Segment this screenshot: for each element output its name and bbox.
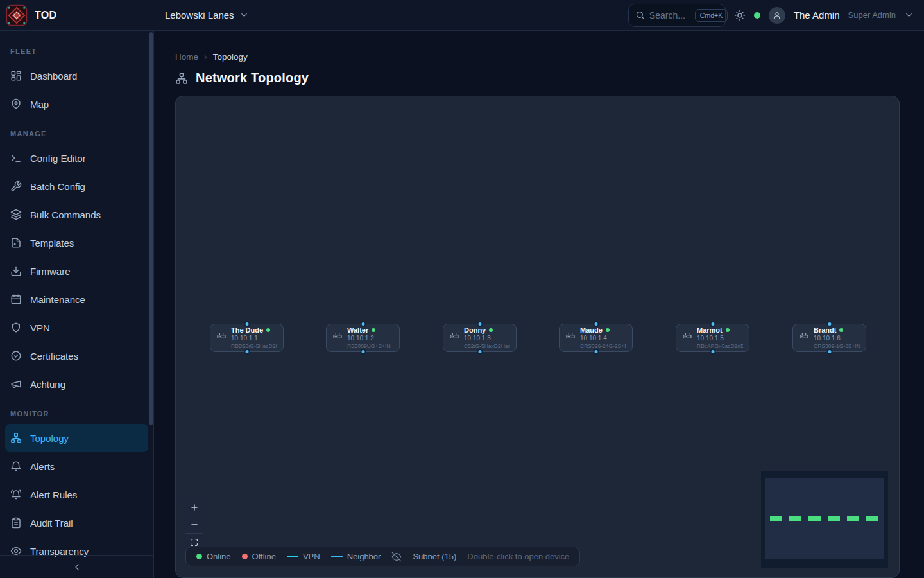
connection-handle[interactable] xyxy=(477,321,483,327)
sidebar-item-audit-trail[interactable]: Audit Trail xyxy=(0,509,153,537)
zoom-in-button[interactable] xyxy=(185,499,203,516)
neighbor-line-swatch xyxy=(331,556,343,557)
legend-vpn: VPN xyxy=(287,552,320,561)
device-node-marmot[interactable]: Marmot 10.10.1.5 RBcAPGi-5acD2nD xyxy=(676,324,749,352)
node-name: Donny xyxy=(464,326,486,335)
connection-handle[interactable] xyxy=(360,349,366,355)
zoom-out-button[interactable] xyxy=(185,516,203,534)
sidebar-item-vpn[interactable]: VPN xyxy=(0,313,153,342)
legend-subnet: Subnet (15) xyxy=(413,552,456,561)
node-model: RB5009UG+S+IN xyxy=(347,343,391,350)
connection-handle[interactable] xyxy=(360,321,366,327)
minimap[interactable] xyxy=(761,471,888,568)
legend-subnet-label: Subnet (15) xyxy=(413,552,456,561)
sidebar-item-label: Firmware xyxy=(30,266,71,277)
sidebar-item-label: Alert Rules xyxy=(30,489,77,500)
sidebar-item-label: Templates xyxy=(30,238,74,249)
sidebar-item-templates[interactable]: Templates xyxy=(0,229,153,257)
zoom-controls xyxy=(185,499,203,551)
search-input[interactable] xyxy=(649,10,690,21)
org-selector[interactable]: Lebowski Lanes xyxy=(154,10,249,21)
sidebar-item-bulk-commands[interactable]: Bulk Commands xyxy=(0,200,153,229)
page-title-row: Network Topology xyxy=(175,71,309,85)
app-name: TOD xyxy=(35,10,56,21)
sidebar-item-firmware[interactable]: Firmware xyxy=(0,257,153,285)
sidebar-item-label: Map xyxy=(30,99,49,110)
online-dot xyxy=(196,554,202,559)
device-node-the-dude[interactable]: The Dude 10.10.1.1 RBD53iG-5HacD2HnD xyxy=(210,324,284,352)
topology-legend: Online Offline VPN Neighbor Subnet (15) … xyxy=(185,547,580,566)
node-ip: 10.10.1.5 xyxy=(697,335,743,343)
sidebar-scrollbar[interactable] xyxy=(149,32,153,425)
sun-icon[interactable] xyxy=(734,10,746,21)
node-name: The Dude xyxy=(231,326,263,335)
map-pin-icon xyxy=(10,98,22,110)
sidebar-item-label: Config Editor xyxy=(30,153,86,164)
connection-handle[interactable] xyxy=(710,349,715,355)
online-status-dot xyxy=(726,328,730,332)
sidebar-item-label: Audit Trail xyxy=(30,518,73,529)
main-content: Home › Topology Network Topology The Dud… xyxy=(154,31,924,578)
device-node-walter[interactable]: Walter 10.10.1.2 RB5009UG+S+IN xyxy=(326,324,400,352)
router-icon xyxy=(216,329,227,340)
chevron-down-icon[interactable] xyxy=(904,10,914,20)
section-label-fleet: FLEET xyxy=(0,36,153,62)
breadcrumb: Home › Topology xyxy=(175,51,248,62)
bell-ring-icon xyxy=(10,489,22,500)
sidebar-item-label: Topology xyxy=(30,433,69,444)
sidebar-item-certificates[interactable]: Certificates xyxy=(0,342,153,370)
connection-handle[interactable] xyxy=(710,321,715,327)
sidebar-item-batch-config[interactable]: Batch Config xyxy=(0,172,153,200)
sidebar-item-topology[interactable]: Topology xyxy=(5,424,148,452)
plus-icon xyxy=(190,503,199,512)
router-icon xyxy=(332,329,343,340)
device-node-brandt[interactable]: Brandt 10.10.1.6 CRS309-1G-8S+IN xyxy=(792,324,866,352)
connection-handle[interactable] xyxy=(244,349,250,355)
legend-online-label: Online xyxy=(207,552,231,561)
minimap-node xyxy=(770,516,782,521)
minimap-node xyxy=(866,516,878,521)
sidebar-item-achtung[interactable]: Achtung xyxy=(0,370,153,398)
legend-offline: Offline xyxy=(242,552,276,561)
layers-icon xyxy=(10,209,22,220)
online-status-dot xyxy=(372,328,375,332)
sidebar-item-maintenance[interactable]: Maintenance xyxy=(0,285,153,313)
legend-neighbor: Neighbor xyxy=(331,552,381,561)
connection-handle[interactable] xyxy=(826,321,832,327)
node-name: Brandt xyxy=(814,326,836,335)
topology-canvas[interactable]: The Dude 10.10.1.1 RBD53iG-5HacD2HnD Wal… xyxy=(175,96,900,578)
online-status-dot xyxy=(266,328,270,332)
connection-handle[interactable] xyxy=(244,321,250,327)
sidebar-item-label: Batch Config xyxy=(30,181,85,192)
connection-handle[interactable] xyxy=(477,349,483,355)
page-title: Network Topology xyxy=(196,71,309,85)
legend-hint: Double-click to open device xyxy=(467,552,569,561)
router-icon xyxy=(565,329,576,340)
search-box[interactable]: Cmd+K xyxy=(628,4,726,27)
sidebar-item-label: Alerts xyxy=(30,461,55,472)
sidebar-item-alert-rules[interactable]: Alert Rules xyxy=(0,480,153,509)
download-icon xyxy=(10,265,22,277)
minimap-node xyxy=(809,516,821,521)
sidebar: FLEET Dashboard Map MANAGE Config Editor… xyxy=(0,31,154,578)
chevron-left-icon xyxy=(72,562,82,572)
eye-off-icon[interactable] xyxy=(391,552,402,562)
device-node-donny[interactable]: Donny 10.10.1.3 C52iG-5HaxD2HaxD-US xyxy=(443,324,517,352)
minimap-node xyxy=(847,516,859,521)
sidebar-collapse-button[interactable] xyxy=(0,555,153,578)
device-node-maude[interactable]: Maude 10.10.1.4 CRS326-24G-2S+RM xyxy=(559,324,633,352)
sidebar-item-dashboard[interactable]: Dashboard xyxy=(0,62,153,90)
connection-handle[interactable] xyxy=(593,349,599,355)
sidebar-item-config-editor[interactable]: Config Editor xyxy=(0,144,153,172)
sidebar-item-label: Bulk Commands xyxy=(30,209,101,220)
connection-handle[interactable] xyxy=(826,349,832,355)
topology-icon xyxy=(10,432,22,444)
breadcrumb-home-link[interactable]: Home xyxy=(175,52,198,62)
topbar: TOD Lebowski Lanes Cmd+K The Admin Super… xyxy=(0,0,924,31)
breadcrumb-separator: › xyxy=(204,51,207,62)
node-model: RBD53iG-5HacD2HnD xyxy=(231,343,277,350)
avatar[interactable] xyxy=(769,7,785,24)
sidebar-item-alerts[interactable]: Alerts xyxy=(0,452,153,480)
sidebar-item-map[interactable]: Map xyxy=(0,90,153,118)
connection-handle[interactable] xyxy=(593,321,599,327)
